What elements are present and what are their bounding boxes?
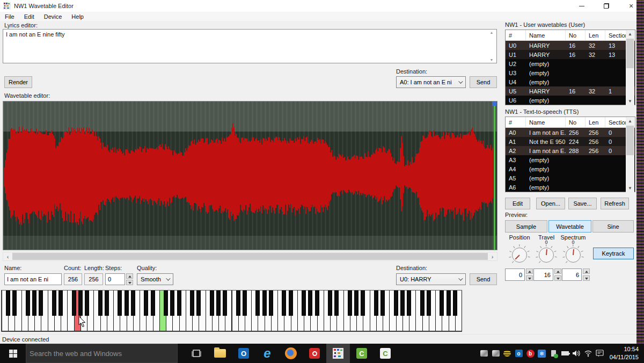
lyrics-input[interactable]: I am not an E nine fifty ▲▼ [3, 29, 497, 63]
table-row[interactable]: A0I am not an E...2562560 [506, 128, 635, 137]
black-key[interactable] [255, 291, 260, 316]
black-key[interactable] [151, 291, 155, 316]
black-key[interactable] [39, 291, 43, 316]
tray-bug-tool[interactable] [501, 347, 513, 359]
restore-button[interactable] [596, 0, 617, 12]
preview-spin-value-1[interactable]: 16 [533, 268, 553, 281]
taskbar-app-camtasia-green[interactable]: C [350, 344, 374, 363]
tray-usb-eject[interactable] [547, 347, 559, 359]
black-key[interactable] [453, 291, 457, 316]
knob-travel[interactable]: 0 [535, 243, 558, 267]
table-row[interactable]: A5(empty) [506, 173, 635, 183]
black-key[interactable] [262, 291, 267, 316]
wavetable-display[interactable] [3, 101, 497, 250]
table-row[interactable]: A1Not the E 9502242560 [506, 137, 635, 146]
table-row[interactable]: A2I am not an E...2882560 [506, 146, 635, 155]
table-row[interactable]: U2(empty) [506, 59, 635, 68]
scrollbar-thumb[interactable] [626, 126, 634, 155]
table-row[interactable]: A6(empty) [506, 183, 635, 192]
black-key[interactable] [394, 291, 398, 316]
black-key[interactable] [440, 291, 444, 316]
black-key[interactable] [58, 291, 63, 316]
name-input[interactable]: I am not an E ni [4, 273, 62, 285]
action-button-refresh[interactable]: Refresh [601, 198, 629, 209]
scrollbar-thumb[interactable] [12, 253, 488, 260]
black-key[interactable] [282, 291, 286, 316]
black-key[interactable] [420, 291, 425, 316]
taskbar-app-internet-explorer[interactable]: e [255, 344, 279, 363]
table-row[interactable]: U5HARRY16321 [506, 86, 635, 96]
black-key[interactable] [289, 291, 293, 316]
table-row[interactable]: U3(empty) [506, 68, 635, 77]
quality-select[interactable]: Smooth [137, 273, 173, 285]
black-key[interactable] [26, 291, 30, 316]
black-key[interactable] [190, 291, 194, 316]
black-key[interactable] [177, 291, 181, 316]
black-key[interactable] [361, 291, 365, 316]
black-key[interactable] [118, 291, 122, 316]
stepper-down-button[interactable] [126, 280, 133, 285]
black-key[interactable] [85, 291, 89, 316]
black-key[interactable] [216, 291, 221, 316]
minimize-button[interactable] [571, 0, 592, 12]
black-key[interactable] [6, 291, 10, 316]
menu-item-edit[interactable]: Edit [19, 13, 39, 20]
user-wavetables-table[interactable]: #NameNoLenSectionsU0HARRY163213U1HARRY16… [505, 30, 635, 105]
wavetable-send-button[interactable]: Send [470, 273, 497, 285]
taskbar-app-recorder-app[interactable] [303, 344, 326, 363]
wavetable-destination-select[interactable]: U0: HARRY [396, 273, 466, 285]
tray-snowflake-tool[interactable]: ❄ [536, 347, 548, 359]
tray-action-center[interactable] [594, 347, 605, 359]
piano-keyboard[interactable] [1, 290, 462, 332]
preview-button-sample[interactable]: Sample [505, 220, 547, 233]
stepper-up-button[interactable] [554, 268, 561, 274]
scrollbar-thumb[interactable] [626, 39, 634, 68]
black-key[interactable] [164, 291, 168, 316]
black-key[interactable] [269, 291, 273, 316]
preview-button-sine[interactable]: Sine [592, 220, 634, 233]
taskbar-app-file-explorer[interactable] [208, 344, 232, 363]
stepper-down-button[interactable] [554, 275, 561, 281]
menu-item-device[interactable]: Device [39, 13, 67, 20]
stepper-up-button[interactable] [526, 268, 533, 274]
table-row[interactable]: U6(empty) [506, 96, 635, 105]
taskbar-search-input[interactable]: Search the web and Windows [26, 344, 178, 363]
black-key[interactable] [98, 291, 103, 316]
black-key[interactable] [400, 291, 405, 316]
black-key[interactable] [196, 291, 201, 316]
table-row[interactable]: U0HARRY163213 [506, 41, 635, 50]
black-key[interactable] [308, 291, 312, 316]
black-key[interactable] [315, 291, 319, 316]
black-key[interactable] [302, 291, 306, 316]
stepper-up-button[interactable] [126, 273, 133, 279]
black-key[interactable] [131, 291, 135, 316]
table-scrollbar[interactable]: ▲▼ [626, 31, 634, 105]
knob-spectrum[interactable]: 0 [561, 243, 585, 267]
menu-item-file[interactable]: File [0, 13, 19, 20]
table-row[interactable]: U4(empty) [506, 77, 635, 86]
action-button-save[interactable]: Save... [568, 198, 597, 209]
black-key[interactable] [12, 291, 17, 316]
tts-table[interactable]: #NameNoLenSectionsA0I am not an E...2562… [505, 117, 635, 192]
black-key[interactable] [243, 291, 247, 316]
black-key[interactable] [427, 291, 431, 316]
black-key[interactable] [52, 291, 56, 316]
scroll-up-icon[interactable]: ▲ [626, 118, 634, 125]
table-scrollbar[interactable]: ▲▼ [626, 118, 634, 192]
taskbar-clock[interactable]: 10:54 04/11/2015 [604, 345, 639, 361]
stepper-down-button[interactable] [583, 275, 590, 281]
table-row[interactable]: A3(empty) [506, 155, 635, 164]
black-key[interactable] [334, 291, 339, 316]
black-key[interactable] [72, 291, 76, 316]
scroll-down-icon[interactable]: ▼ [626, 185, 634, 192]
tray-outlook-tray[interactable]: o [513, 347, 525, 359]
black-key[interactable] [380, 291, 385, 316]
scroll-left-icon[interactable]: ‹ [3, 252, 12, 260]
tray-remote-tool-2[interactable] [490, 347, 502, 359]
lyrics-destination-select[interactable]: A0: I am not an E ni [396, 76, 466, 88]
taskbar-app-firefox[interactable] [279, 344, 303, 363]
wave-horizontal-scrollbar[interactable]: ‹ › [3, 252, 497, 261]
table-row[interactable]: A4(empty) [506, 164, 635, 173]
black-key[interactable] [354, 291, 358, 316]
task-view-button[interactable] [187, 347, 206, 360]
